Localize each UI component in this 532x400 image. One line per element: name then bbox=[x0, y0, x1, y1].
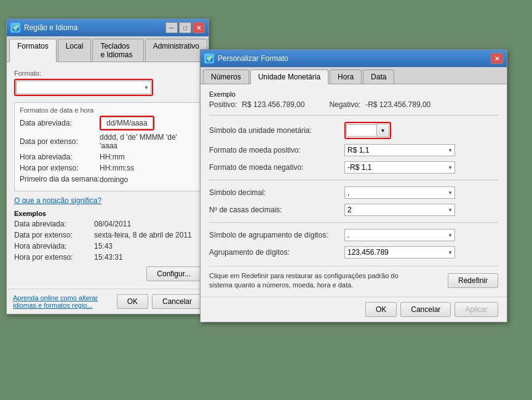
window1-action-buttons: OK Cancelar bbox=[117, 294, 202, 309]
example-value-3: 15:43:31 bbox=[94, 253, 123, 262]
personalizar-formato-window: 🌍 Personalizar Formato ✕ Números Unidade… bbox=[200, 49, 507, 322]
date-abreviada-value: dd/MM/aaaa bbox=[101, 117, 153, 129]
window2-icon: 🌍 bbox=[204, 54, 214, 63]
simbolo-label: Símbolo da unidade monetária: bbox=[209, 126, 344, 135]
format-dropdown-wrapper: Português (Brasil) bbox=[16, 81, 151, 94]
date-abreviada-highlight: dd/MM/aaaa bbox=[100, 116, 154, 130]
window2-tab-bar: Números Unidade Monetária Hora Data bbox=[200, 67, 507, 84]
tab2-hora[interactable]: Hora bbox=[330, 70, 362, 84]
notation-link[interactable]: O que a notação significa? bbox=[14, 196, 101, 205]
window2-title: Personalizar Formato bbox=[218, 54, 288, 63]
casas-decimais-label: Nº de casas decimais: bbox=[209, 206, 344, 214]
window1-titlebar: 🌍 Região e Idioma ─ □ ✕ bbox=[7, 19, 208, 36]
hora-extenso-value: HH:mm:ss bbox=[100, 164, 134, 172]
example-row-2: Hora abreviada: 15:43 bbox=[14, 242, 201, 250]
formato-positivo-label: Formato de moeda positivo: bbox=[209, 146, 344, 154]
tab-formatos[interactable]: Formatos bbox=[9, 39, 57, 62]
window2-controls: ✕ bbox=[491, 53, 503, 64]
tab-local[interactable]: Local bbox=[58, 39, 92, 62]
window1-icon: 🌍 bbox=[10, 23, 20, 33]
simbolo-decimal-label: Símbolo decimal: bbox=[209, 188, 344, 197]
formato-negativo-row: Formato de moeda negativo: -R$ 1,1 bbox=[209, 161, 498, 174]
agrupamento-label: Agrupamento de dígitos: bbox=[209, 248, 344, 257]
simbolo-row: Símbolo da unidade monetária: R$ ▼ bbox=[209, 122, 498, 139]
exemplo-values-row: Positivo: R$ 123.456.789,00 Negativo: -R… bbox=[209, 100, 498, 109]
formato-positivo-select[interactable]: R$ 1,1 bbox=[344, 144, 455, 156]
format-input[interactable]: Português (Brasil) bbox=[16, 81, 151, 94]
positivo-item: Positivo: R$ 123.456.789,00 bbox=[209, 100, 304, 109]
window1-title-group: 🌍 Região e Idioma bbox=[10, 23, 77, 33]
tab-administrativo[interactable]: Administrativo bbox=[145, 39, 207, 62]
window2-footer: Clique em Redefinir para restaurar as co… bbox=[209, 266, 498, 290]
hora-abreviada-value: HH:mm bbox=[100, 153, 125, 161]
window1-ok-btn[interactable]: OK bbox=[117, 294, 148, 309]
agrupamento-wrapper: 123.456.789 bbox=[344, 246, 455, 258]
simbolo-decimal-row: Símbolo decimal: , bbox=[209, 186, 498, 199]
negativo-item: Negativo: -R$ 123.456.789,00 bbox=[329, 100, 431, 109]
divider-1 bbox=[209, 115, 498, 116]
simbolo-decimal-wrapper: , bbox=[344, 186, 455, 199]
examples-label: Exemplos bbox=[14, 210, 201, 217]
simbolo-agrupamento-select[interactable]: . bbox=[344, 229, 455, 241]
example-value-2: 15:43 bbox=[94, 242, 113, 250]
example-row-0: Data abreviada: 08/04/2011 bbox=[14, 220, 201, 228]
simbolo-dropdown-btn[interactable]: ▼ bbox=[377, 124, 389, 137]
configurar-btn[interactable]: Configur... bbox=[146, 266, 201, 281]
window1-footer: Aprenda online como alterar idiomas e fo… bbox=[7, 289, 208, 314]
window2-titlebar: 🌍 Personalizar Formato ✕ bbox=[200, 50, 507, 67]
agrupamento-row: Agrupamento de dígitos: 123.456.789 bbox=[209, 246, 498, 258]
tab2-data[interactable]: Data bbox=[363, 70, 394, 84]
negativo-label: Negativo: bbox=[329, 100, 360, 109]
window2-content: Exemplo Positivo: R$ 123.456.789,00 Nega… bbox=[200, 84, 507, 297]
example-label-1: Data por extenso: bbox=[14, 231, 94, 239]
regiao-idioma-window: 🌍 Região e Idioma ─ □ ✕ Formatos Local T… bbox=[6, 18, 209, 314]
format-label: Formato: bbox=[14, 70, 201, 77]
simbolo-agrupamento-wrapper: . bbox=[344, 229, 455, 241]
positivo-value: R$ 123.456.789,00 bbox=[242, 100, 304, 109]
window2-aplicar-btn[interactable]: Aplicar bbox=[455, 302, 498, 317]
exemplo-section: Exemplo Positivo: R$ 123.456.789,00 Nega… bbox=[209, 90, 498, 109]
formato-positivo-row: Formato de moeda positivo: R$ 1,1 bbox=[209, 144, 498, 156]
casas-decimais-select[interactable]: 2 bbox=[344, 204, 455, 216]
examples-section: Exemplos Data abreviada: 08/04/2011 Data… bbox=[14, 210, 201, 262]
window1-cancel-btn[interactable]: Cancelar bbox=[152, 294, 202, 309]
positivo-label: Positivo: bbox=[209, 100, 237, 109]
window2-btn-row: OK Cancelar Aplicar bbox=[200, 297, 507, 322]
tab2-numeros[interactable]: Números bbox=[203, 70, 249, 84]
window1-controls: ─ □ ✕ bbox=[165, 22, 205, 33]
divider-2 bbox=[209, 180, 498, 180]
window2-close-btn[interactable]: ✕ bbox=[491, 53, 503, 64]
formato-negativo-select[interactable]: -R$ 1,1 bbox=[344, 161, 455, 174]
exemplo-main-label: Exemplo bbox=[209, 90, 498, 98]
divider-3 bbox=[209, 222, 498, 223]
window1-tab-bar: Formatos Local Teclados e Idiomas Admini… bbox=[7, 36, 208, 62]
format-section: Formato: Português (Brasil) bbox=[14, 70, 201, 96]
window1-minimize-btn[interactable]: ─ bbox=[165, 22, 178, 33]
casas-decimais-wrapper: 2 bbox=[344, 204, 455, 216]
window1-title: Região e Idioma bbox=[24, 23, 77, 32]
window2-cancelar-btn[interactable]: Cancelar bbox=[400, 302, 451, 317]
example-label-0: Data abreviada: bbox=[14, 220, 94, 228]
window1-maximize-btn[interactable]: □ bbox=[179, 22, 191, 33]
example-value-0: 08/04/2011 bbox=[94, 220, 131, 228]
formato-negativo-label: Formato de moeda negativo: bbox=[209, 163, 344, 172]
hora-row-extenso: Hora por extenso: HH:mm:ss bbox=[20, 164, 196, 172]
tab2-unidade-monetaria[interactable]: Unidade Monetária bbox=[250, 70, 328, 84]
window1-close-btn[interactable]: ✕ bbox=[193, 22, 205, 33]
simbolo-agrupamento-label: Símbolo de agrupamento de dígitos: bbox=[209, 231, 344, 239]
simbolo-decimal-select[interactable]: , bbox=[344, 186, 455, 199]
date-row-extenso: Data por extenso: dddd, d 'de' MMMM 'de'… bbox=[20, 133, 196, 150]
primeiro-dia-label: Primeiro dia da semana: bbox=[20, 175, 100, 185]
window2-ok-btn[interactable]: OK bbox=[365, 302, 397, 317]
agrupamento-select[interactable]: 123.456.789 bbox=[344, 246, 455, 258]
date-abreviada-label: Data abreviada: bbox=[20, 119, 100, 127]
date-time-section-label: Formatos de data e hora bbox=[20, 106, 196, 114]
tab-teclados[interactable]: Teclados e Idiomas bbox=[92, 39, 143, 62]
simbolo-input[interactable]: R$ bbox=[346, 124, 377, 137]
primeiro-dia-row: Primeiro dia da semana: domingo bbox=[20, 175, 196, 185]
hora-abreviada-label: Hora abreviada: bbox=[20, 153, 100, 161]
simbolo-agrupamento-row: Símbolo de agrupamento de dígitos: . bbox=[209, 229, 498, 241]
redefinir-btn[interactable]: Redefinir bbox=[448, 273, 498, 288]
bottom-link[interactable]: Aprenda online como alterar idiomas e fo… bbox=[13, 294, 117, 309]
example-label-3: Hora por extenso: bbox=[14, 253, 94, 262]
